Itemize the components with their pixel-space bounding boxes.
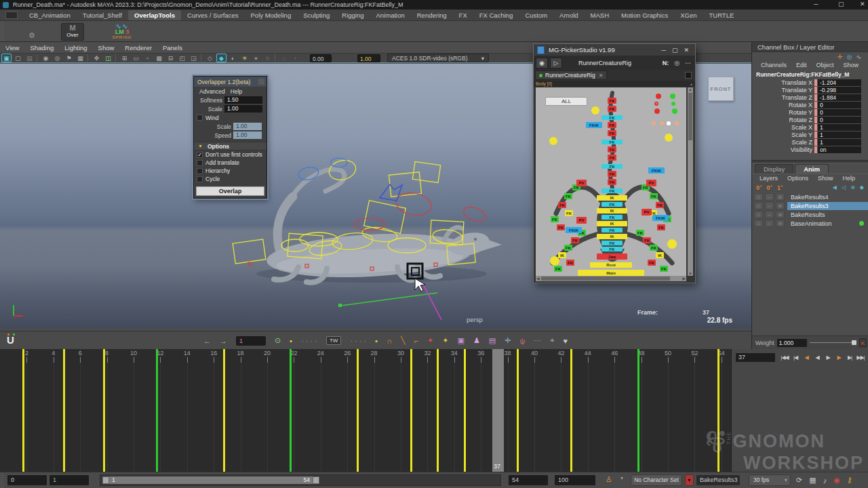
timeline-dots-icon[interactable]: · · · ·	[350, 337, 366, 345]
picker-button-ik[interactable]: IK	[597, 221, 627, 226]
horizontal-scroll-thumb[interactable]	[541, 277, 670, 281]
menu-item-rendering[interactable]: Rendering	[411, 10, 453, 20]
play-forward-button[interactable]: ▶	[823, 351, 833, 363]
view-cube-front[interactable]: FRONT	[708, 77, 734, 101]
picker-button-fk[interactable]: FK	[601, 228, 623, 232]
overlap-button[interactable]: Overlap	[196, 186, 264, 196]
menu-item-tutorial-shelf[interactable]: Tutorial_Shelf	[77, 10, 128, 20]
picker-title-bar[interactable]: MG-PickerStudio v1.99 ─ ▢ ✕	[534, 44, 695, 56]
channel-value-field[interactable]: 1	[818, 124, 861, 131]
picker-button-fk[interactable]: FK	[650, 193, 658, 199]
selection-box-icon[interactable]: ▢	[13, 54, 23, 62]
picker-button-fk[interactable]: FK	[656, 202, 664, 208]
picker-more-icon[interactable]: ⋯	[685, 60, 691, 66]
current-frame-field[interactable]: 37	[736, 353, 775, 362]
menu-item-overlaptools[interactable]: OverlapTools	[128, 10, 181, 20]
play-backwards-button[interactable]: ◀	[812, 351, 823, 363]
range-slider[interactable]: 1 54	[100, 474, 501, 486]
channel-value-field[interactable]: 0	[818, 102, 861, 108]
next-frame-icon[interactable]: →	[220, 337, 227, 345]
panel-menu-lighting[interactable]: Lighting	[59, 43, 92, 53]
weight-slider[interactable]	[810, 342, 856, 343]
safe-title-icon[interactable]: ◲	[189, 54, 199, 62]
layer-menu-help[interactable]: Help	[838, 174, 861, 182]
ease-curve-icon[interactable]: ∩	[387, 337, 392, 345]
picker-button-pv[interactable]: PV	[642, 209, 652, 216]
layer-menu-show[interactable]: Show	[813, 174, 838, 182]
orient-axes-icon[interactable]: ◫	[103, 54, 113, 62]
menu-item-poly-modeling[interactable]: Poly Modeling	[245, 10, 298, 20]
clip-library-icon[interactable]: ▤	[489, 336, 496, 345]
image-plane-icon[interactable]: ▦	[75, 54, 85, 62]
previous-key-button[interactable]: ◀	[801, 351, 812, 363]
picker-dot-control[interactable]	[654, 102, 658, 106]
playblast-icon[interactable]: ▦	[809, 476, 816, 485]
menu-item-motion-graphics[interactable]: Motion Graphics	[615, 10, 674, 20]
menu-item-mash[interactable]: MASH	[585, 10, 615, 20]
panel-menu-renderer[interactable]: Renderer	[119, 43, 157, 53]
picker-button-fk[interactable]: FK	[601, 140, 623, 144]
timeline-playhead[interactable]	[492, 349, 504, 472]
picker-button-ik[interactable]: IK	[597, 195, 627, 201]
picker-button-fkik[interactable]: FKIK	[566, 227, 582, 233]
layer-name[interactable]: BakeResults	[787, 211, 868, 219]
key-marker-icon[interactable]: ▪	[290, 337, 292, 345]
timeline-keyframe-yellow[interactable]	[223, 349, 225, 472]
picker-button-ik[interactable]: IK	[558, 252, 566, 258]
camera-icon[interactable]: ◉	[41, 54, 51, 62]
picker-button-main[interactable]: Main	[578, 270, 644, 276]
range-start-handle[interactable]	[102, 476, 109, 484]
panel-menu-shading[interactable]: Shading	[24, 43, 59, 53]
picker-tab[interactable]: RunnerCreatureRig ✕	[535, 70, 607, 80]
rangebar-grip-handle[interactable]	[0, 472, 5, 488]
menu-item-curves-surfaces[interactable]: Curves / Surfaces	[181, 10, 245, 20]
picker-button-fk[interactable]: FK	[660, 266, 668, 272]
picker-button-fk[interactable]: FK	[608, 98, 616, 104]
weight-value-field[interactable]: 1.000	[777, 339, 807, 347]
shadows-icon[interactable]: ●	[251, 54, 261, 62]
playback-start-field[interactable]: 1	[50, 475, 89, 485]
picker-button-fk[interactable]: FK	[608, 130, 616, 136]
picker-dot-control[interactable]	[670, 94, 675, 99]
picker-dot-control[interactable]	[549, 137, 557, 145]
picker-button-fkik[interactable]: FKIK	[648, 167, 665, 174]
range-slider-fill[interactable]: 1 54	[102, 476, 319, 484]
field-chart-icon[interactable]: ⊟	[165, 54, 176, 62]
next-key-button[interactable]: ▶	[833, 351, 844, 363]
picker-button-fk[interactable]: FK	[608, 146, 616, 152]
timeline-keyframe-yellow[interactable]	[103, 349, 105, 472]
step-curve-icon[interactable]: ⌐	[414, 337, 418, 345]
ik-tool-icon[interactable]: ψ	[519, 337, 525, 345]
anim-layer-key-button[interactable]: ▾	[685, 474, 694, 486]
picker-button-fk[interactable]: FK	[564, 193, 572, 199]
colorspace-dropdown[interactable]: ACES 1.0 SDR-video (sRGB)▾	[387, 54, 489, 62]
move-layer-up-icon[interactable]: ◀	[833, 184, 837, 190]
picker-button-all[interactable]: ALL	[545, 97, 587, 106]
timeline-keyframe-yellow[interactable]	[22, 349, 24, 472]
layer-toggle-cell[interactable]: □	[754, 211, 763, 218]
minimize-button[interactable]: ─	[814, 1, 818, 7]
channel-box-menu-show[interactable]: Show	[839, 61, 864, 70]
layer-menu-layers[interactable]: Layers	[755, 174, 783, 182]
layer-name[interactable]: BakeResults4	[787, 193, 868, 201]
gamma-field[interactable]: 1.00	[357, 54, 380, 62]
speed-icon[interactable]: ◎	[847, 54, 852, 60]
layer-toggle-cell[interactable]: ⊘	[776, 202, 785, 209]
timeline-keyframe-yellow[interactable]	[410, 349, 412, 472]
option-checkbox[interactable]	[197, 160, 203, 166]
go-to-end-button[interactable]: ▶▶|	[855, 351, 866, 363]
pose-library-icon[interactable]: ♟	[473, 336, 480, 345]
playback-end-field[interactable]: 54	[509, 475, 548, 485]
picker-button-pv[interactable]: PV	[576, 180, 587, 186]
picker-dot-control[interactable]	[671, 102, 675, 106]
picker-button-fk[interactable]: FK	[608, 106, 616, 112]
step-forward-button[interactable]: ▶|	[844, 351, 855, 363]
picker-close-button[interactable]: ✕	[684, 47, 689, 54]
menu-item-fx[interactable]: FX	[453, 10, 473, 20]
picker-button-fk[interactable]: FK	[608, 122, 616, 128]
channel-value-field[interactable]: -1.204	[818, 79, 861, 86]
time-slider[interactable]: 2468101214161820222426283032343638404244…	[0, 349, 731, 472]
panel-menu-show[interactable]: Show	[93, 43, 120, 53]
channel-box-menu-channels[interactable]: Channels	[756, 61, 791, 70]
character-mode-icon[interactable]: ◉	[536, 58, 548, 68]
